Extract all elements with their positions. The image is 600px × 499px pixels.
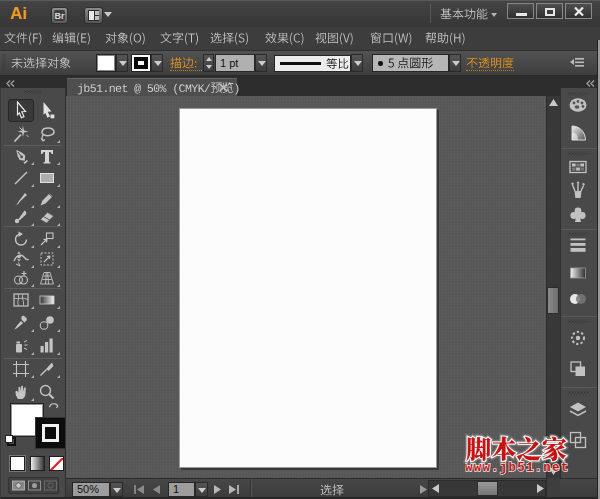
svg-text:www.jb51.net: www.jb51.net bbox=[465, 461, 569, 475]
svg-text:Br: Br bbox=[54, 11, 64, 21]
